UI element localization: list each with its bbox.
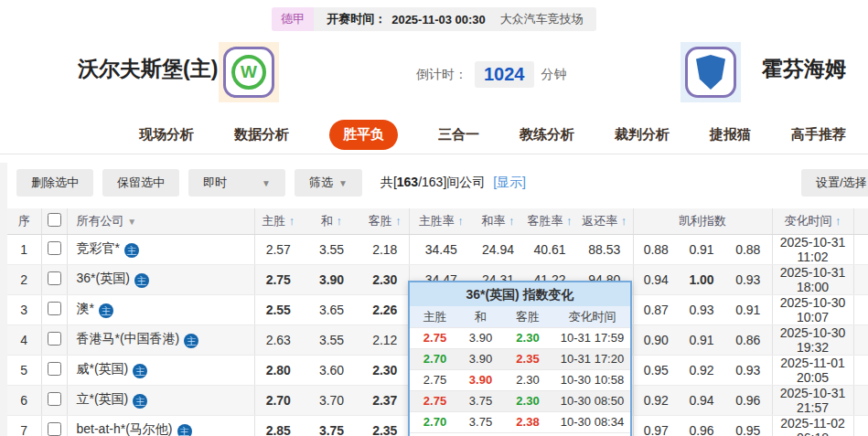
header-away-win[interactable]: 客胜 ↑ [361,208,409,234]
keep-selected-button[interactable]: 保留选中 [102,169,179,197]
nav-tab[interactable]: 现场分析 [139,126,194,144]
popup-header-draw: 和 [460,306,501,328]
header-draw[interactable]: 和 ↑ [302,208,361,234]
nav-tab[interactable]: 三合一 [438,126,479,144]
odds-home-win[interactable]: 2.75 [254,264,302,294]
nav-tab[interactable]: 高手推荐 [791,126,846,144]
odds-home-win[interactable]: 2.80 [254,355,302,385]
filter-button[interactable]: 筛选 ▼ [295,169,362,197]
row-checkbox[interactable] [48,302,61,315]
odds-away-win[interactable]: 2.18 [361,234,409,264]
company-name[interactable]: 竞彩官* [77,240,120,255]
countdown-value: 1024 [475,61,534,88]
row-index: 1 [7,234,41,264]
odds-away-win[interactable]: 2.37 [361,385,409,415]
company-cell: 36*(英国)主 [67,264,254,294]
odds-away-win[interactable]: 2.35 [361,415,409,436]
header-draw-rate[interactable]: 和率 ↑ [473,208,523,234]
kelly-home: 0.88 [633,234,679,264]
change-time: 2025-11-02 06:18 [772,415,853,436]
kelly-draw: 0.92 [679,355,724,385]
sort-asc-icon: ↑ [337,214,343,228]
odds-draw[interactable]: 3.70 [302,385,361,415]
settings-select-button[interactable]: 设置/选择 [801,169,868,197]
row-checkbox[interactable] [48,271,61,285]
header-label: 客胜率 [527,214,563,228]
countdown-label: 倒计时： [416,67,467,83]
popup-change-time: 10-30 10:58 [554,370,630,390]
rate-return: 88.53 [576,234,633,264]
odds-home-win[interactable]: 2.70 [254,385,302,415]
show-link[interactable]: [显示] [493,175,526,189]
header-home-win[interactable]: 主胜 ↑ [254,208,302,234]
away-team-name: 霍芬海姆 [762,55,846,83]
header-return-rate[interactable]: 返还率 ↑ [576,208,633,234]
popup-row: 2.75 3.75 2.30 10-30 08:50 [410,391,630,412]
company-name[interactable]: 立*(英国) [77,391,129,406]
company-name[interactable]: bet-at-h*(马尔他) [77,421,173,436]
odds-home-win[interactable]: 2.57 [254,234,302,264]
select-all-checkbox[interactable] [48,213,61,227]
popup-odds-draw: 3.90 [460,370,501,390]
nav-tab[interactable]: 胜平负 [329,120,398,150]
odds-draw[interactable]: 3.65 [302,294,361,324]
main-badge-icon: 主 [134,273,149,288]
nav-tab[interactable]: 裁判分析 [615,126,670,144]
company-name[interactable]: 澳* [77,301,94,315]
count-suffix: /163]间公司 [418,175,485,189]
kelly-home: 0.97 [633,415,679,436]
page: 德甲 开赛时间： 2025-11-03 00:30 大众汽车竞技场 沃尔夫斯堡(… [0,0,868,436]
company-name[interactable]: 36*(英国) [77,271,130,285]
count-prefix: 共[ [380,175,397,189]
home-team-logo: W [219,42,279,102]
popup-change-time: 10-30 08:34 [554,412,630,432]
odds-home-win[interactable]: 2.63 [254,324,302,355]
sort-asc-icon: ↑ [289,214,295,228]
kelly-draw: 0.96 [679,415,724,436]
odds-away-win[interactable]: 2.30 [361,355,409,385]
header-company[interactable]: 所有公司 ▼ [67,208,254,234]
company-name[interactable]: 威*(英国) [77,361,129,376]
countdown: 倒计时： 1024 分钟 [416,61,567,88]
odds-home-win[interactable]: 2.55 [254,294,302,324]
time-filter-dropdown[interactable]: 即时 ▼ [188,169,285,197]
odds-away-win[interactable]: 2.30 [361,264,409,294]
delete-selected-button[interactable]: 删除选中 [16,169,93,197]
nav-tab[interactable]: 捷报猫 [710,126,751,144]
sort-asc-icon: ↑ [457,214,464,228]
popup-odds-home: 2.75 [410,328,460,348]
header-label: 变化时间 [784,214,831,228]
popup-odds-away: 2.38 [501,412,554,432]
odds-draw[interactable]: 3.75 [302,415,361,436]
odds-home-win[interactable]: 2.85 [254,415,302,436]
row-checkbox[interactable] [48,241,61,255]
header-home-rate[interactable]: 主胜率 ↑ [409,208,473,234]
header-change-time[interactable]: 变化时间 ↑ [772,208,853,234]
kelly-away: 0.91 [724,294,772,324]
league-badge[interactable]: 德甲 [272,7,314,31]
company-name[interactable]: 香港马*(中国香港) [77,331,180,346]
row-checkbox[interactable] [48,392,61,406]
away-team-logo [680,42,741,102]
odds-away-win[interactable]: 2.12 [361,324,409,355]
kelly-away: 0.93 [724,264,772,294]
odds-draw[interactable]: 3.55 [302,324,361,355]
nav-tab[interactable]: 数据分析 [234,126,289,144]
odds-draw[interactable]: 3.90 [302,264,361,294]
kelly-away: 0.86 [724,324,772,355]
row-checkbox[interactable] [48,332,61,346]
odds-draw[interactable]: 3.60 [302,355,361,385]
row-checkbox[interactable] [48,422,61,436]
row-index: 7 [7,415,41,436]
popup-odds-away: 2.35 [501,349,554,369]
row-stub [853,355,868,385]
change-time: 2025-10-31 11:02 [772,234,853,264]
company-cell: bet-at-h*(马尔他)主 [67,415,254,436]
header-label: 主胜率 [419,214,455,228]
popup-row: 2.70 3.90 2.35 10-31 17:20 [410,349,630,370]
nav-tab[interactable]: 教练分析 [520,126,574,144]
odds-draw[interactable]: 3.55 [302,234,361,264]
odds-away-win[interactable]: 2.26 [361,294,409,324]
row-checkbox[interactable] [48,362,61,376]
header-away-rate[interactable]: 客胜率 ↑ [523,208,576,234]
